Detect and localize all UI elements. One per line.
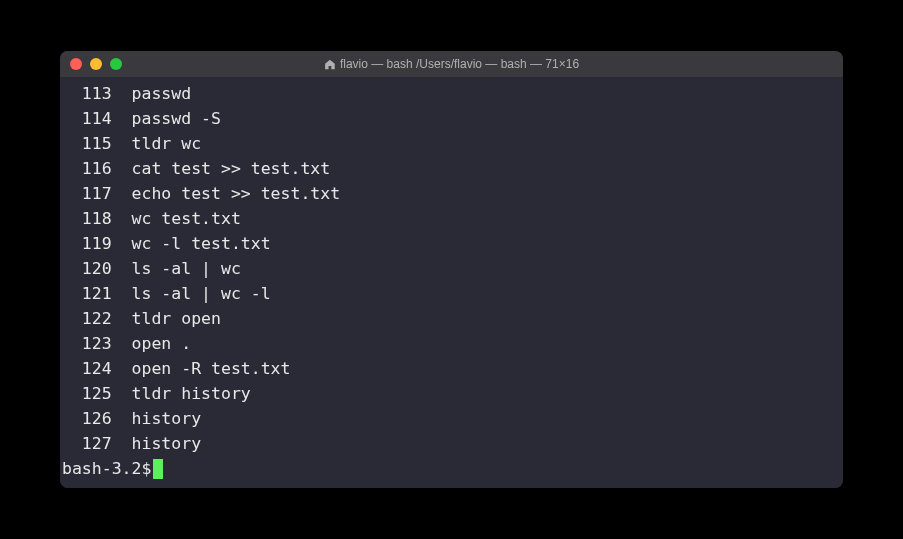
- history-line: 116 cat test >> test.txt: [62, 156, 841, 181]
- history-line: 117 echo test >> test.txt: [62, 181, 841, 206]
- terminal-window: flavio — bash /Users/flavio — bash — 71×…: [60, 51, 843, 488]
- history-line: 125 tldr history: [62, 381, 841, 406]
- history-line: 114 passwd -S: [62, 106, 841, 131]
- traffic-lights: [70, 58, 122, 70]
- history-line: 121 ls -al | wc -l: [62, 281, 841, 306]
- history-line: 119 wc -l test.txt: [62, 231, 841, 256]
- history-line: 115 tldr wc: [62, 131, 841, 156]
- history-line: 118 wc test.txt: [62, 206, 841, 231]
- history-line: 123 open .: [62, 331, 841, 356]
- prompt-line: bash-3.2$: [62, 456, 841, 481]
- titlebar: flavio — bash /Users/flavio — bash — 71×…: [60, 51, 843, 77]
- history-line: 126 history: [62, 406, 841, 431]
- close-button[interactable]: [70, 58, 82, 70]
- window-title-text: flavio — bash /Users/flavio — bash — 71×…: [340, 57, 579, 71]
- history-line: 124 open -R test.txt: [62, 356, 841, 381]
- history-line: 120 ls -al | wc: [62, 256, 841, 281]
- cursor: [153, 459, 163, 479]
- terminal-body[interactable]: 113 passwd 114 passwd -S 115 tldr wc 116…: [60, 77, 843, 488]
- minimize-button[interactable]: [90, 58, 102, 70]
- window-title: flavio — bash /Users/flavio — bash — 71×…: [324, 57, 579, 71]
- history-line: 127 history: [62, 431, 841, 456]
- prompt-text: bash-3.2$: [62, 456, 151, 481]
- history-line: 122 tldr open: [62, 306, 841, 331]
- home-icon: [324, 59, 335, 70]
- history-line: 113 passwd: [62, 81, 841, 106]
- maximize-button[interactable]: [110, 58, 122, 70]
